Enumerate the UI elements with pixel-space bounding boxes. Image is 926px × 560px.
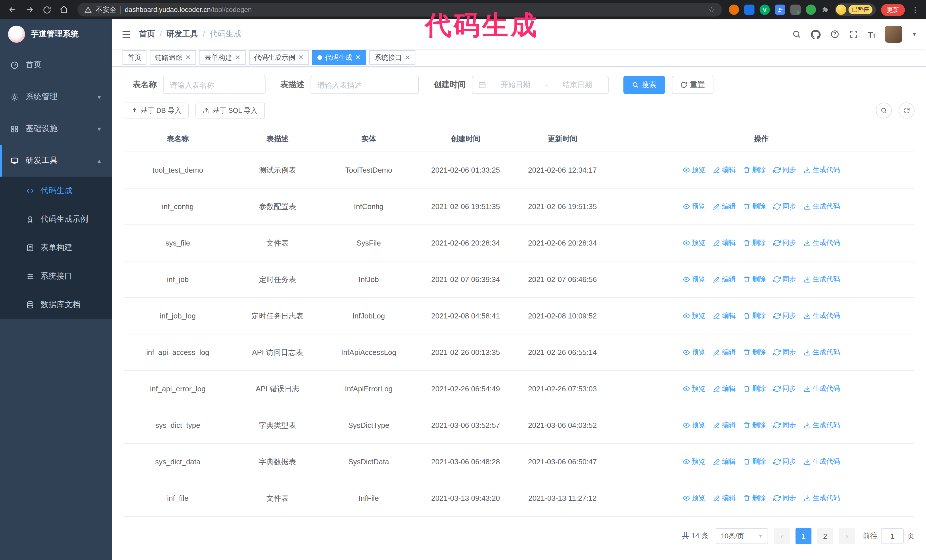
delete-link[interactable]: 删除 bbox=[743, 347, 766, 357]
bookmark-star-icon[interactable]: ☆ bbox=[708, 6, 715, 14]
sidebar-item-home[interactable]: 首页 bbox=[0, 49, 112, 81]
goto-page-input[interactable] bbox=[881, 528, 904, 544]
delete-link[interactable]: 删除 bbox=[743, 275, 766, 284]
font-size-icon[interactable]: TT bbox=[868, 29, 876, 39]
tab-codegen-example[interactable]: 代码生成示例 ✕ bbox=[249, 50, 309, 65]
url-bar[interactable]: 不安全 dashboard.yudao.iocoder.cn/tool/code… bbox=[77, 3, 722, 17]
extension-icon-3[interactable]: V bbox=[760, 5, 770, 15]
sync-link[interactable]: 同步 bbox=[773, 494, 796, 503]
sidebar-toggle-button[interactable] bbox=[121, 29, 131, 39]
search-button[interactable]: 搜索 bbox=[623, 76, 665, 94]
generate-code-link[interactable]: 生成代码 bbox=[803, 238, 840, 248]
generate-code-link[interactable]: 生成代码 bbox=[803, 457, 840, 466]
delete-link[interactable]: 删除 bbox=[743, 165, 766, 175]
table-desc-input[interactable] bbox=[310, 76, 419, 94]
extension-icon-6[interactable] bbox=[806, 5, 816, 15]
browser-menu-icon[interactable]: ⋮ bbox=[910, 5, 920, 14]
page-size-select[interactable]: 10条/页 ▼ bbox=[716, 528, 768, 544]
preview-link[interactable]: 预览 bbox=[683, 420, 705, 430]
sidebar-subitem-codegen[interactable]: 代码生成 bbox=[0, 177, 112, 205]
browser-reload-button[interactable] bbox=[40, 3, 54, 17]
import-db-button[interactable]: 基于 DB 导入 bbox=[124, 103, 189, 118]
extensions-puzzle-icon[interactable] bbox=[821, 5, 830, 14]
app-logo[interactable]: 芋道管理系统 bbox=[0, 20, 112, 49]
preview-link[interactable]: 预览 bbox=[683, 494, 705, 503]
preview-link[interactable]: 预览 bbox=[683, 238, 705, 248]
extension-icon-5[interactable] bbox=[790, 5, 800, 15]
edit-link[interactable]: 编辑 bbox=[713, 347, 736, 357]
delete-link[interactable]: 删除 bbox=[743, 238, 766, 248]
edit-link[interactable]: 编辑 bbox=[713, 165, 736, 175]
refresh-table-button[interactable] bbox=[899, 103, 915, 118]
generate-code-link[interactable]: 生成代码 bbox=[803, 275, 840, 284]
next-page-button[interactable]: › bbox=[839, 528, 855, 544]
edit-link[interactable]: 编辑 bbox=[713, 457, 736, 466]
help-icon[interactable] bbox=[830, 30, 840, 39]
generate-code-link[interactable]: 生成代码 bbox=[803, 311, 840, 321]
delete-link[interactable]: 删除 bbox=[743, 420, 766, 430]
avatar-caret-icon[interactable]: ▼ bbox=[912, 31, 917, 37]
sync-link[interactable]: 同步 bbox=[773, 311, 796, 321]
create-time-range-picker[interactable]: 开始日期 - 结束日期 bbox=[472, 76, 608, 94]
tab-link-trace[interactable]: 链路追踪 ✕ bbox=[150, 50, 196, 65]
edit-link[interactable]: 编辑 bbox=[713, 384, 736, 394]
browser-home-button[interactable] bbox=[57, 3, 71, 17]
sidebar-item-system-management[interactable]: 系统管理 ▼ bbox=[0, 81, 112, 113]
sync-link[interactable]: 同步 bbox=[773, 384, 796, 394]
prev-page-button[interactable]: ‹ bbox=[774, 528, 790, 544]
github-icon[interactable] bbox=[811, 29, 820, 39]
preview-link[interactable]: 预览 bbox=[683, 202, 705, 211]
preview-link[interactable]: 预览 bbox=[683, 347, 705, 357]
reset-button[interactable]: 重置 bbox=[672, 76, 713, 94]
generate-code-link[interactable]: 生成代码 bbox=[803, 165, 840, 175]
edit-link[interactable]: 编辑 bbox=[713, 238, 736, 248]
generate-code-link[interactable]: 生成代码 bbox=[803, 347, 840, 357]
preview-link[interactable]: 预览 bbox=[683, 165, 705, 175]
sidebar-subitem-system-api[interactable]: 系统接口 bbox=[0, 262, 112, 291]
generate-code-link[interactable]: 生成代码 bbox=[803, 420, 840, 430]
delete-link[interactable]: 删除 bbox=[743, 494, 766, 503]
breadcrumb-section[interactable]: 研发工具 bbox=[166, 29, 198, 39]
edit-link[interactable]: 编辑 bbox=[713, 311, 736, 321]
preview-link[interactable]: 预览 bbox=[683, 311, 705, 321]
browser-update-button[interactable]: 更新 bbox=[881, 4, 905, 16]
breadcrumb-home[interactable]: 首页 bbox=[139, 29, 155, 39]
close-icon[interactable]: ✕ bbox=[405, 54, 410, 61]
user-avatar[interactable] bbox=[885, 26, 902, 43]
preview-link[interactable]: 预览 bbox=[683, 457, 705, 466]
close-icon[interactable]: ✕ bbox=[298, 54, 304, 61]
generate-code-link[interactable]: 生成代码 bbox=[803, 494, 840, 503]
browser-forward-button[interactable] bbox=[23, 3, 36, 17]
close-icon[interactable]: ✕ bbox=[185, 54, 191, 61]
sync-link[interactable]: 同步 bbox=[773, 457, 796, 466]
close-icon[interactable]: ✕ bbox=[355, 54, 361, 61]
edit-link[interactable]: 编辑 bbox=[713, 494, 736, 503]
delete-link[interactable]: 删除 bbox=[743, 457, 766, 466]
extension-icon-1[interactable] bbox=[729, 5, 739, 15]
page-button-2[interactable]: 2 bbox=[817, 528, 833, 544]
tab-form-builder[interactable]: 表单构建 ✕ bbox=[200, 50, 246, 65]
page-button-1[interactable]: 1 bbox=[796, 528, 811, 544]
sync-link[interactable]: 同步 bbox=[773, 202, 796, 211]
edit-link[interactable]: 编辑 bbox=[713, 420, 736, 430]
sidebar-item-dev-tools[interactable]: 研发工具 ▲ bbox=[0, 145, 112, 177]
browser-back-button[interactable] bbox=[6, 3, 20, 17]
extension-icon-4[interactable] bbox=[775, 5, 785, 15]
sync-link[interactable]: 同步 bbox=[773, 238, 796, 248]
tab-codegen[interactable]: 代码生成 ✕ bbox=[312, 50, 366, 65]
sidebar-subitem-codegen-example[interactable]: 代码生成示例 bbox=[0, 205, 112, 234]
browser-profile-button[interactable]: 已暂停 bbox=[835, 3, 876, 16]
toggle-search-button[interactable] bbox=[876, 103, 892, 118]
extension-icon-2[interactable] bbox=[744, 5, 755, 15]
edit-link[interactable]: 编辑 bbox=[713, 275, 736, 284]
fullscreen-icon[interactable] bbox=[849, 30, 858, 39]
preview-link[interactable]: 预览 bbox=[683, 384, 705, 394]
header-search-icon[interactable] bbox=[792, 30, 801, 39]
table-name-input[interactable] bbox=[163, 76, 266, 94]
sync-link[interactable]: 同步 bbox=[773, 347, 796, 357]
sidebar-item-infrastructure[interactable]: 基础设施 ▼ bbox=[0, 113, 112, 145]
sidebar-subitem-db-doc[interactable]: 数据库文档 bbox=[0, 291, 112, 319]
delete-link[interactable]: 删除 bbox=[743, 202, 766, 211]
close-icon[interactable]: ✕ bbox=[235, 54, 241, 61]
sync-link[interactable]: 同步 bbox=[773, 275, 796, 284]
